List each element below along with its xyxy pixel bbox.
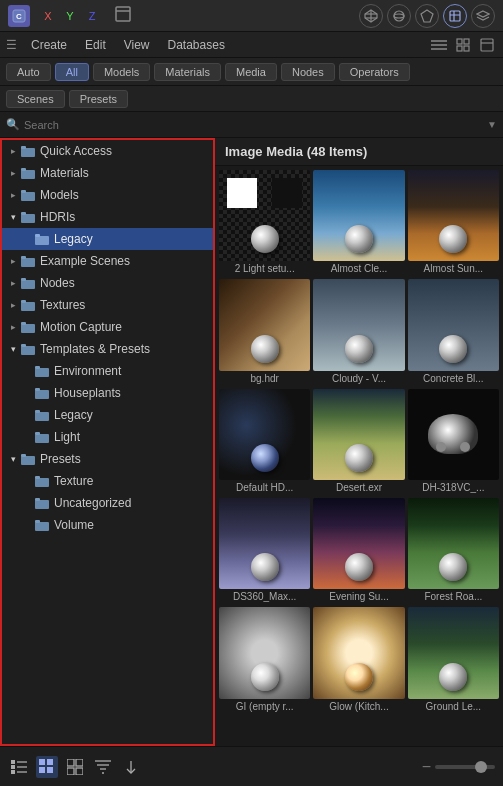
sidebar-item-legacy2[interactable]: ▸ Legacy bbox=[2, 404, 213, 426]
title-btn-x[interactable]: X bbox=[40, 8, 56, 24]
thumb-default-hd[interactable]: Default HD... bbox=[219, 389, 310, 495]
svg-rect-2 bbox=[116, 7, 130, 21]
filter-nodes[interactable]: Nodes bbox=[281, 63, 335, 81]
sidebar-item-textures[interactable]: ▸ Textures bbox=[2, 294, 213, 316]
sidebar-item-houseplants[interactable]: ▸ Houseplants bbox=[2, 382, 213, 404]
icon-layers[interactable] bbox=[471, 4, 495, 28]
svg-rect-33 bbox=[21, 256, 26, 259]
sidebar-item-uncategorized[interactable]: ▸ Uncategorized bbox=[2, 492, 213, 514]
thumb-img-almost-sun bbox=[408, 170, 499, 261]
thumb-forest[interactable]: Forest Roa... bbox=[408, 498, 499, 604]
sidebar-item-motion-capture[interactable]: ▸ Motion Capture bbox=[2, 316, 213, 338]
content-title: Image Media (48 Items) bbox=[225, 144, 367, 159]
window-icon[interactable] bbox=[114, 5, 132, 27]
expand-icon-models: ▸ bbox=[6, 188, 20, 202]
svg-rect-59 bbox=[11, 765, 15, 769]
hamburger-icon[interactable]: ☰ bbox=[6, 38, 17, 52]
thumb-bg-hdr[interactable]: bg.hdr bbox=[219, 279, 310, 385]
svg-rect-66 bbox=[39, 767, 45, 773]
svg-rect-58 bbox=[11, 760, 15, 764]
svg-rect-52 bbox=[35, 478, 49, 487]
search-input[interactable] bbox=[24, 119, 487, 131]
folder-icon-environment bbox=[34, 365, 50, 377]
filter-media[interactable]: Media bbox=[225, 63, 277, 81]
sidebar-item-presets[interactable]: ▾ Presets bbox=[2, 448, 213, 470]
menu-window-icon[interactable] bbox=[477, 35, 497, 55]
svg-rect-24 bbox=[21, 170, 35, 179]
thumb-cloudy[interactable]: Cloudy - V... bbox=[313, 279, 404, 385]
svg-rect-18 bbox=[464, 46, 469, 51]
sidebar-item-volume[interactable]: ▸ Volume bbox=[2, 514, 213, 536]
thumb-ground[interactable]: Ground Le... bbox=[408, 607, 499, 713]
sidebar-item-quick-access[interactable]: ▸ Quick Access bbox=[2, 140, 213, 162]
folder-icon-models bbox=[20, 189, 36, 201]
view-grid-icon[interactable] bbox=[36, 756, 58, 778]
icon-gem[interactable] bbox=[415, 4, 439, 28]
sidebar-item-example-scenes[interactable]: ▸ Example Scenes bbox=[2, 250, 213, 272]
menu-list-icon[interactable] bbox=[429, 35, 449, 55]
thumb-almost-clear[interactable]: Almost Cle... bbox=[313, 170, 404, 276]
search-dropdown-icon[interactable]: ▼ bbox=[487, 119, 497, 130]
menu-grid-icon[interactable] bbox=[453, 35, 473, 55]
icon-package[interactable] bbox=[443, 4, 467, 28]
filter-scenes[interactable]: Scenes bbox=[6, 90, 65, 108]
sidebar-label-models: Models bbox=[40, 188, 79, 202]
filter-operators[interactable]: Operators bbox=[339, 63, 410, 81]
expand-icon-nodes: ▸ bbox=[6, 276, 20, 290]
view-filter-icon[interactable] bbox=[92, 756, 114, 778]
menu-create[interactable]: Create bbox=[23, 36, 75, 54]
thumb-almost-sun[interactable]: Almost Sun... bbox=[408, 170, 499, 276]
sidebar-item-hdris[interactable]: ▾ HDRIs bbox=[2, 206, 213, 228]
filter-models[interactable]: Models bbox=[93, 63, 150, 81]
folder-icon-uncategorized bbox=[34, 497, 50, 509]
sidebar-item-models[interactable]: ▸ Models bbox=[2, 184, 213, 206]
thumb-glow[interactable]: Glow (Kitch... bbox=[313, 607, 404, 713]
filter-all[interactable]: All bbox=[55, 63, 89, 81]
menu-view[interactable]: View bbox=[116, 36, 158, 54]
icon-cube-wire[interactable] bbox=[359, 4, 383, 28]
svg-rect-65 bbox=[47, 759, 53, 765]
sidebar-item-legacy[interactable]: ▸ Legacy bbox=[2, 228, 213, 250]
view-detail-icon[interactable] bbox=[64, 756, 86, 778]
filter-auto[interactable]: Auto bbox=[6, 63, 51, 81]
title-btn-y[interactable]: Y bbox=[62, 8, 78, 24]
thumb-ds360[interactable]: DS360_Max... bbox=[219, 498, 310, 604]
thumb-2light[interactable]: 2 Light setu... bbox=[219, 170, 310, 276]
title-btn-z[interactable]: Z bbox=[84, 8, 100, 24]
thumb-evening[interactable]: Evening Su... bbox=[313, 498, 404, 604]
svg-rect-29 bbox=[21, 212, 26, 215]
thumb-dh318[interactable]: DH-318VC_... bbox=[408, 389, 499, 495]
thumb-desert[interactable]: Desert.exr bbox=[313, 389, 404, 495]
sidebar-item-texture[interactable]: ▸ Texture bbox=[2, 470, 213, 492]
thumb-gi-empty[interactable]: GI (empty r... bbox=[219, 607, 310, 713]
folder-icon-hdris bbox=[20, 211, 36, 223]
svg-rect-10 bbox=[450, 11, 460, 21]
menu-edit[interactable]: Edit bbox=[77, 36, 114, 54]
sidebar-item-environment[interactable]: ▸ Environment bbox=[2, 360, 213, 382]
sidebar-label-houseplants: Houseplants bbox=[54, 386, 121, 400]
sidebar-item-templates-presets[interactable]: ▾ Templates & Presets bbox=[2, 338, 213, 360]
svg-rect-40 bbox=[21, 346, 35, 355]
sort-down-icon[interactable] bbox=[120, 756, 142, 778]
sidebar-label-example-scenes: Example Scenes bbox=[40, 254, 130, 268]
zoom-slider-area: − bbox=[422, 758, 495, 776]
sidebar-label-quick-access: Quick Access bbox=[40, 144, 112, 158]
svg-rect-41 bbox=[21, 344, 26, 347]
sidebar-item-nodes[interactable]: ▸ Nodes bbox=[2, 272, 213, 294]
zoom-out-icon[interactable]: − bbox=[422, 758, 431, 776]
sidebar-item-materials[interactable]: ▸ Materials bbox=[2, 162, 213, 184]
svg-rect-60 bbox=[11, 770, 15, 774]
icon-sphere[interactable] bbox=[387, 4, 411, 28]
zoom-slider[interactable] bbox=[435, 765, 495, 769]
menu-databases[interactable]: Databases bbox=[160, 36, 233, 54]
filter-materials[interactable]: Materials bbox=[154, 63, 221, 81]
view-list-icon[interactable] bbox=[8, 756, 30, 778]
menu-bar: ☰ Create Edit View Databases bbox=[0, 32, 503, 58]
thumb-label-almost-sun: Almost Sun... bbox=[408, 261, 499, 276]
expand-icon-example-scenes: ▸ bbox=[6, 254, 20, 268]
svg-rect-37 bbox=[21, 300, 26, 303]
filter-presets[interactable]: Presets bbox=[69, 90, 128, 108]
thumb-concrete[interactable]: Concrete Bl... bbox=[408, 279, 499, 385]
folder-icon-legacy2 bbox=[34, 409, 50, 421]
sidebar-item-light[interactable]: ▸ Light bbox=[2, 426, 213, 448]
